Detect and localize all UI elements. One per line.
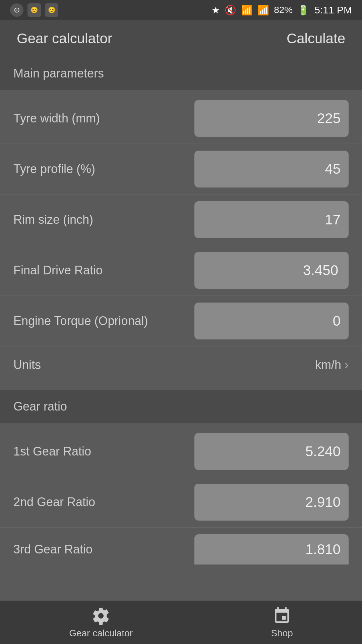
gear-calculator-icon (92, 606, 110, 625)
shop-tab[interactable]: Shop (271, 606, 293, 639)
shop-icon (273, 606, 291, 625)
bottom-tab-bar: Gear calculator Shop (0, 600, 362, 644)
final-drive-ratio-row: Final Drive Ratio 3.450 (0, 245, 362, 296)
bluetooth-icon: ★ (212, 5, 220, 16)
status-icons-right: ★ 🔇 📶 📶 82% 🔋 (212, 5, 309, 16)
app-icon-2: 😊 (27, 3, 41, 17)
gear-3-value: 1.810 (305, 541, 341, 557)
units-row[interactable]: Units km/h › (0, 346, 362, 383)
gear-2-label: 2nd Gear Ratio (13, 495, 194, 509)
app-icon-1: ⊙ (10, 3, 23, 17)
gear-calculator-tab[interactable]: Gear calculator (69, 606, 133, 639)
mute-icon: 🔇 (225, 5, 236, 16)
chevron-right-icon: › (345, 358, 349, 372)
tyre-profile-label: Tyre profile (%) (13, 162, 194, 176)
final-drive-ratio-value: 3.450 (303, 262, 338, 278)
units-value-text: km/h (315, 358, 341, 372)
main-parameters-label: Main parameters (13, 66, 104, 80)
gear-calculator-tab-label: Gear calculator (69, 628, 133, 639)
app-icon-3: 😊 (45, 3, 58, 17)
status-left-icons: ⊙ 😊 😊 (10, 3, 58, 17)
rim-size-input[interactable]: 17 (194, 201, 349, 238)
gear-2-row: 2nd Gear Ratio 2.910 (0, 477, 362, 527)
units-label: Units (13, 358, 41, 372)
main-parameters-section-header: Main parameters (0, 57, 362, 90)
gear-1-input[interactable]: 5.240 (194, 433, 349, 470)
tyre-profile-row: Tyre profile (%) 45 (0, 144, 362, 194)
calculate-button[interactable]: Calculate (287, 31, 345, 47)
rim-size-label: Rim size (inch) (13, 213, 194, 227)
battery-icon: 🔋 (297, 5, 309, 16)
top-bar: Gear calculator Calculate (0, 20, 362, 57)
final-drive-ratio-label: Final Drive Ratio (13, 263, 194, 277)
rim-size-value: 17 (325, 212, 341, 228)
units-value-container[interactable]: km/h › (315, 358, 349, 372)
final-drive-ratio-input[interactable]: 3.450 (194, 252, 349, 289)
tyre-width-label: Tyre width (mm) (13, 111, 194, 125)
signal-icon: 📶 (257, 5, 269, 16)
tyre-profile-value: 45 (325, 161, 341, 177)
engine-torque-label: Engine Torque (Oprional) (13, 314, 194, 328)
gear-1-value: 5.240 (305, 443, 341, 460)
tyre-width-row: Tyre width (mm) 225 (0, 93, 362, 144)
tyre-profile-input[interactable]: 45 (194, 151, 349, 187)
app-title: Gear calculator (17, 31, 112, 47)
shop-tab-label: Shop (271, 628, 293, 639)
status-time: 5:11 PM (314, 4, 352, 16)
gear-2-input[interactable]: 2.910 (194, 484, 349, 521)
gear-ratio-content: 1st Gear Ratio 5.240 2nd Gear Ratio 2.91… (0, 423, 362, 575)
engine-torque-input[interactable]: 0 (194, 303, 349, 339)
gear-1-row: 1st Gear Ratio 5.240 (0, 426, 362, 477)
status-bar: ⊙ 😊 😊 ★ 🔇 📶 📶 82% 🔋 5:11 PM (0, 0, 362, 20)
engine-torque-value: 0 (333, 313, 341, 329)
wifi-icon: 📶 (241, 5, 253, 16)
battery-label: 82% (274, 5, 293, 15)
engine-torque-row: Engine Torque (Oprional) 0 (0, 296, 362, 346)
tyre-width-value: 225 (317, 110, 341, 126)
gear-2-value: 2.910 (305, 494, 341, 510)
rim-size-row: Rim size (inch) 17 (0, 195, 362, 245)
text-cursor (339, 262, 340, 279)
gear-ratio-label: Gear ratio (13, 399, 67, 413)
main-parameters-content: Tyre width (mm) 225 Tyre profile (%) 45 … (0, 90, 362, 387)
tyre-width-input[interactable]: 225 (194, 100, 349, 137)
gear-3-label: 3rd Gear Ratio (13, 542, 194, 556)
gear-3-row: 3rd Gear Ratio 1.810 (0, 528, 362, 571)
gear-3-input[interactable]: 1.810 (194, 534, 349, 565)
gear-ratio-section-header: Gear ratio (0, 390, 362, 423)
gear-1-label: 1st Gear Ratio (13, 444, 194, 459)
